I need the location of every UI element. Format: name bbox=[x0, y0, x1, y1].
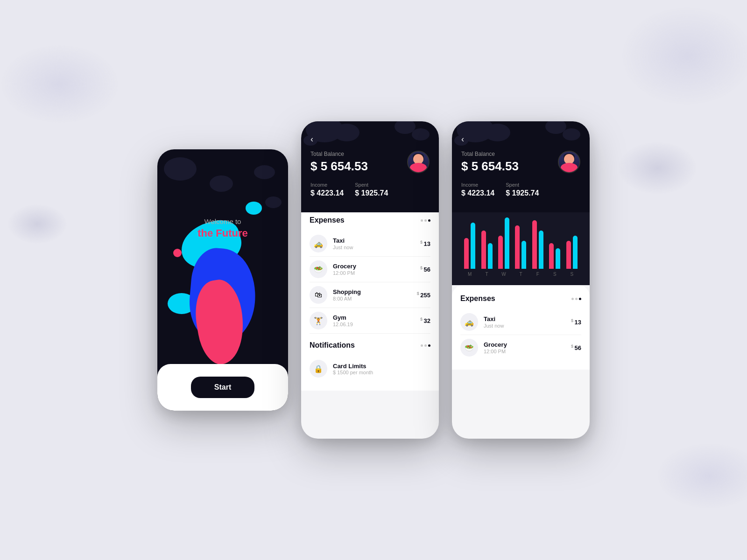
pink-bar bbox=[464, 238, 469, 269]
chart-day-group: T bbox=[481, 231, 493, 277]
chart-expenses-menu[interactable] bbox=[571, 298, 581, 300]
day-label: S bbox=[553, 272, 557, 277]
card-limits-sub: $ 1500 per month bbox=[333, 370, 373, 375]
chart-day-group: M bbox=[464, 223, 475, 277]
taxi-amount: $ 13 bbox=[420, 240, 430, 247]
welcome-text: Welcome to the Future bbox=[157, 217, 288, 239]
welcome-line1: Welcome to bbox=[157, 217, 288, 225]
expenses-header: Expenses bbox=[310, 216, 430, 224]
day-label: F bbox=[536, 272, 539, 277]
notif-dot2 bbox=[424, 344, 427, 347]
expense-item[interactable]: 🏋 Gym 12.06.19 $ 32 bbox=[310, 308, 430, 334]
balance-section: Total Balance $ 5 654.53 Income $ 4223.1… bbox=[310, 151, 430, 197]
notif-dot1 bbox=[421, 344, 423, 347]
dark-blob-2 bbox=[210, 175, 233, 192]
chart-grocery-time: 12:00 PM bbox=[484, 349, 571, 354]
chart-income-spent-row: Income $ 4223.14 Spent $ 1925.74 bbox=[461, 182, 580, 197]
chart-day-group: W bbox=[498, 217, 509, 277]
dot3 bbox=[428, 219, 430, 222]
chart-spent-col: Spent $ 1925.74 bbox=[506, 182, 539, 197]
avatar bbox=[407, 151, 430, 173]
phone-welcome: Welcome to the Future Start bbox=[157, 149, 288, 411]
chart-back-button[interactable]: ‹ bbox=[461, 134, 471, 144]
notifications-section: Notifications 🔒 Card Limits $ 1500 per m… bbox=[310, 341, 430, 381]
expense-item[interactable]: 🚕 Taxi Just now $ 13 bbox=[310, 231, 430, 257]
shopping-name: Shopping bbox=[333, 288, 417, 295]
chart-income-value: $ 4223.14 bbox=[461, 189, 494, 197]
chart-taxi-name: Taxi bbox=[484, 315, 571, 322]
cyan-bar bbox=[539, 231, 543, 269]
spent-label: Spent bbox=[355, 182, 388, 188]
welcome-bottom: Start bbox=[157, 364, 288, 411]
chart-day-group: T bbox=[515, 225, 526, 277]
welcome-plain: the bbox=[197, 227, 216, 239]
chart-grocery-amount: $ 56 bbox=[571, 344, 581, 351]
day-label: T bbox=[519, 272, 522, 277]
grocery-amount: $ 56 bbox=[420, 266, 430, 273]
chart-grocery-icon: 🥗 bbox=[460, 339, 478, 357]
chart-expense-item[interactable]: 🚕 Taxi Just now $ 13 bbox=[460, 309, 581, 335]
expense-item[interactable]: 🥗 Grocery 12:00 PM $ 56 bbox=[310, 257, 430, 282]
cyan-bar bbox=[505, 217, 509, 269]
chart-avatar bbox=[558, 151, 580, 173]
expense-item[interactable]: 🛍 Shopping 8:00 AM $ 255 bbox=[310, 282, 430, 308]
taxi-time: Just now bbox=[333, 245, 420, 250]
pink-bar bbox=[515, 225, 520, 269]
pink-bar bbox=[532, 220, 537, 269]
chart-taxi-info: Taxi Just now bbox=[484, 315, 571, 329]
taxi-name: Taxi bbox=[333, 237, 420, 244]
taxi-icon: 🚕 bbox=[310, 235, 327, 252]
finance-body: Expenses 🚕 Taxi Just now $ 13 🥗 bbox=[301, 207, 439, 391]
income-spent-row: Income $ 4223.14 Spent $ 1925.74 bbox=[310, 182, 430, 197]
chart-expenses-body: Expenses 🚕 Taxi Just now $ 13 🥗 Groc bbox=[452, 285, 590, 370]
income-label: Income bbox=[310, 182, 344, 188]
pink-bar bbox=[498, 236, 503, 269]
dot2 bbox=[424, 219, 427, 222]
dark-blob-3 bbox=[254, 165, 275, 179]
start-button[interactable]: Start bbox=[191, 377, 254, 398]
welcome-colored: Future bbox=[216, 227, 247, 239]
pink-bar bbox=[481, 231, 486, 269]
chart-area: MTWTFSS bbox=[452, 212, 590, 285]
pink-bar bbox=[549, 243, 554, 269]
day-label: M bbox=[468, 272, 472, 277]
chart-expense-item[interactable]: 🥗 Grocery 12:00 PM $ 56 bbox=[460, 335, 581, 360]
notif-dot3 bbox=[428, 344, 430, 347]
chart-balance-section: Total Balance $ 5 654.53 Income $ 4223.1… bbox=[461, 151, 580, 197]
notifications-menu[interactable] bbox=[421, 344, 430, 347]
back-button[interactable]: ‹ bbox=[310, 134, 320, 144]
phone-finance: ‹ Total Balance $ 5 654.53 Income $ 4223… bbox=[301, 121, 439, 439]
card-limits-info: Card Limits $ 1500 per month bbox=[333, 363, 373, 375]
chart-expenses-title: Expenses bbox=[460, 294, 495, 303]
welcome-line2: the Future bbox=[157, 227, 288, 239]
chart-taxi-icon: 🚕 bbox=[460, 313, 478, 331]
notification-item[interactable]: 🔒 Card Limits $ 1500 per month bbox=[310, 356, 430, 381]
grocery-info: Grocery 12:00 PM bbox=[333, 263, 420, 276]
dark-blob-4 bbox=[265, 196, 282, 208]
bar-pair bbox=[532, 220, 543, 269]
card-limits-title: Card Limits bbox=[333, 363, 373, 370]
grocery-icon: 🥗 bbox=[310, 260, 327, 278]
spent-value: $ 1925.74 bbox=[355, 189, 388, 197]
dot1 bbox=[421, 219, 423, 222]
bar-pair bbox=[481, 231, 493, 269]
spent-col: Spent $ 1925.74 bbox=[355, 182, 388, 197]
chart-day-group: S bbox=[549, 243, 560, 277]
cyan-blob-tiny bbox=[246, 202, 262, 215]
gym-name: Gym bbox=[333, 314, 420, 321]
day-label: T bbox=[486, 272, 488, 277]
cyan-bar bbox=[488, 243, 493, 269]
chart-income-label: Income bbox=[461, 182, 494, 188]
bar-pair bbox=[549, 243, 560, 269]
day-label: W bbox=[501, 272, 506, 277]
chart-grocery-name: Grocery bbox=[484, 341, 571, 348]
chart-header: ‹ Total Balance $ 5 654.53 Income $ 4223… bbox=[452, 121, 590, 212]
dark-blob-1 bbox=[164, 157, 197, 181]
income-value: $ 4223.14 bbox=[310, 189, 344, 197]
expenses-menu[interactable] bbox=[421, 219, 430, 222]
shopping-amount: $ 255 bbox=[417, 291, 430, 299]
cyan-bar bbox=[471, 223, 475, 269]
notifications-title: Notifications bbox=[310, 341, 355, 350]
bar-pair bbox=[566, 236, 578, 269]
gym-icon: 🏋 bbox=[310, 312, 327, 329]
